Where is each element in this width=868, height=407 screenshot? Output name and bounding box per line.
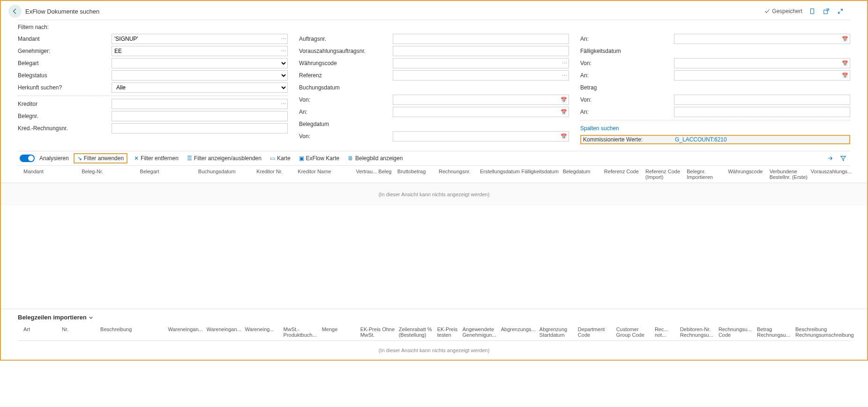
dcol-we3[interactable]: Wareneing...	[245, 326, 282, 338]
genehmiger-input[interactable]	[112, 46, 288, 56]
header-actions: Gespeichert	[764, 7, 845, 15]
auftragsnr-label: Auftragsnr.	[299, 36, 393, 42]
belegstatus-select[interactable]	[112, 70, 288, 81]
belegbild-label: Belegbild anzeigen	[355, 155, 403, 162]
dcol-beschr-rechnungsu[interactable]: Beschreibung Rechnungsumschreibung	[795, 326, 850, 338]
filter-anwenden-button[interactable]: ↘ Filter anwenden	[74, 153, 127, 163]
analysieren-label: Analysieren	[39, 155, 69, 162]
col-belegnr[interactable]: Beleg-Nr.	[82, 169, 138, 180]
filter-pane-icon[interactable]	[839, 154, 847, 163]
beleg-von-input[interactable]	[393, 131, 569, 141]
betrag-an-input[interactable]	[674, 107, 850, 117]
dcol-abgrenzung[interactable]: Abgrenzungs...	[501, 326, 538, 338]
page-title: ExFlow Dokumente suchen	[25, 8, 99, 15]
dcol-rec[interactable]: Rec... not...	[655, 326, 678, 338]
col-mandant[interactable]: Mandant	[23, 169, 80, 180]
col-brutto[interactable]: Bruttobetrag	[397, 169, 437, 180]
belegnr-input[interactable]	[112, 111, 288, 121]
beleg-an-input[interactable]	[674, 34, 850, 44]
col-erstellung[interactable]: Erstellungsdatum	[480, 169, 519, 180]
col-waehrung[interactable]: Währungscode	[728, 169, 767, 180]
col-kreditornr[interactable]: Kreditor Nr.	[256, 169, 296, 180]
kred-rechnungsnr-label: Kred.-Rechnungsnr.	[18, 125, 112, 132]
dcol-ekpreis[interactable]: EK-Preis Ohne MwSt.	[360, 326, 397, 338]
document-image-icon: 🗎	[348, 155, 353, 162]
col-referenz[interactable]: Referenz Code	[604, 169, 644, 180]
dcol-mwst[interactable]: MwSt.-Produktbuch...	[284, 326, 320, 338]
dcol-nr[interactable]: Nr.	[62, 326, 98, 338]
checkmark-icon	[764, 8, 770, 14]
col-rechnungsnr[interactable]: Rechnungsnr.	[439, 169, 478, 180]
popout-icon[interactable]	[822, 7, 831, 15]
filter-col-2: Auftragsnr. Vorauszahlungsauftragsnr. Wä…	[299, 33, 569, 144]
mandant-input[interactable]	[112, 34, 288, 44]
faellig-von-input[interactable]	[674, 58, 850, 68]
betrag-an-label: An:	[580, 109, 674, 115]
dcol-ekpreis-test[interactable]: EK-Preis testen	[437, 326, 461, 338]
back-button[interactable]	[8, 5, 22, 18]
card-icon: ▭	[270, 155, 275, 162]
dcol-department[interactable]: Department Code	[578, 326, 614, 338]
referenz-input[interactable]	[393, 70, 569, 81]
herkunft-select[interactable]: Alle	[112, 82, 288, 93]
karte-label: Karte	[277, 155, 291, 162]
dcol-menge[interactable]: Menge	[322, 326, 359, 338]
arrow-left-icon	[12, 8, 18, 15]
dcol-abgrenzung-start[interactable]: Abgrenzung Startdatum	[539, 326, 576, 338]
detail-title-label: Belegzeilen importieren	[18, 314, 87, 321]
dcol-genehmigung[interactable]: Angewendete Genehmigun...	[463, 326, 499, 338]
belegnr-label: Belegnr.	[18, 113, 112, 119]
kred-rechnungsnr-input[interactable]	[112, 123, 288, 133]
dcol-art[interactable]: Art	[23, 326, 60, 338]
auftragsnr-input[interactable]	[393, 34, 569, 44]
toolbar: Analysieren ↘ Filter anwenden ✕ Filter e…	[18, 151, 850, 166]
faellig-von-label: Von:	[580, 60, 674, 67]
col-faelligkeit[interactable]: Fälligkeitsdatum	[521, 169, 561, 180]
share-icon[interactable]	[826, 154, 834, 163]
belegbild-button[interactable]: 🗎 Belegbild anzeigen	[346, 154, 404, 163]
col-vertrau[interactable]: Vertrau... Beleg	[356, 169, 396, 180]
waehrung-input[interactable]	[393, 58, 569, 68]
dcol-we1[interactable]: Wareneingan...	[168, 326, 205, 338]
page-header: ExFlow Dokumente suchen Gespeichert	[18, 1, 850, 20]
belegart-label: Belegart	[18, 60, 112, 67]
dcol-zeilenrabatt[interactable]: Zeilenrabatt % (Bestellung)	[399, 326, 435, 338]
betrag-von-input[interactable]	[674, 95, 850, 105]
spalten-suchen-link[interactable]: Spalten suchen	[580, 125, 674, 132]
dcol-customer-group[interactable]: Customer Group Code	[616, 326, 653, 338]
col-kreditorname[interactable]: Kreditor Name	[298, 169, 354, 180]
detail-header-row: Art Nr. Beschreibung Wareneingan... Ware…	[18, 325, 850, 341]
col-belegdatum[interactable]: Belegdatum	[563, 169, 602, 180]
komm-werte-value[interactable]: G_LACCOUNT:6210	[675, 136, 727, 143]
saved-indicator: Gespeichert	[764, 8, 802, 15]
belegart-select[interactable]	[112, 58, 288, 68]
collapse-icon[interactable]	[836, 7, 845, 15]
filter-anzeigen-button[interactable]: ☰ Filter anzeigen/ausblenden	[185, 154, 263, 163]
col-bestellnr[interactable]: Verbundene Bestellnr. (Erste)	[770, 169, 809, 180]
table-empty-message: (In dieser Ansicht kann nichts angezeigt…	[1, 183, 867, 206]
col-referenz-import[interactable]: Referenz Code (Import)	[645, 169, 685, 180]
dcol-debitoren[interactable]: Debitoren-Nr. Rechnungsu...	[680, 326, 717, 338]
filter-section-label: Filtern nach:	[18, 24, 850, 30]
dcol-beschreibung[interactable]: Beschreibung	[100, 326, 166, 338]
dcol-rechnungsu-code[interactable]: Rechnungsu... Code	[718, 326, 755, 338]
col-vorauszahlung[interactable]: Vorauszahlungs...	[811, 169, 850, 180]
filter-entfernen-button[interactable]: ✕ Filter entfernen	[132, 154, 180, 163]
belegstatus-label: Belegstatus	[18, 72, 112, 79]
kreditor-input[interactable]	[112, 99, 288, 109]
exflow-karte-button[interactable]: ▣ ExFlow Karte	[297, 154, 341, 163]
detail-section-toggle[interactable]: Belegzeilen importieren	[18, 314, 850, 325]
filter-anwenden-label: Filter anwenden	[84, 155, 124, 162]
dcol-betrag-rechnungsu[interactable]: Betrag Rechnungsu...	[757, 326, 793, 338]
faellig-an-input[interactable]	[674, 70, 850, 81]
karte-button[interactable]: ▭ Karte	[268, 154, 292, 163]
analyze-toggle[interactable]	[20, 155, 35, 162]
vorauszahlung-input[interactable]	[393, 46, 569, 56]
buchung-an-input[interactable]	[393, 107, 569, 117]
col-belegart[interactable]: Belegart	[140, 169, 196, 180]
bookmark-icon[interactable]	[808, 7, 816, 15]
col-buchungsdatum[interactable]: Buchungsdatum	[198, 169, 254, 180]
col-belegnr-import[interactable]: Belegnr. Importieren	[687, 169, 726, 180]
dcol-we2[interactable]: Wareneingan...	[207, 326, 243, 338]
buchung-von-input[interactable]	[393, 95, 569, 105]
